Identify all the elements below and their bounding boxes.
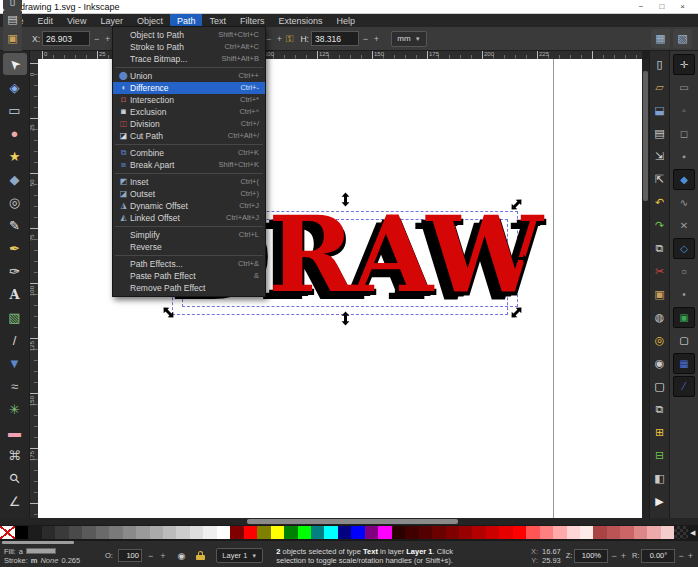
selector-tool[interactable]: ➤ bbox=[3, 53, 27, 75]
palette-scroll-left-icon[interactable]: ◀ bbox=[688, 526, 698, 539]
layer-lock-icon[interactable] bbox=[196, 551, 205, 560]
palette-swatch-2b0000[interactable] bbox=[392, 526, 405, 539]
snap-smooth-node-icon[interactable]: ○ bbox=[673, 261, 695, 282]
palette-swatch-cdcdcd[interactable] bbox=[176, 526, 189, 539]
ellipse-tool[interactable]: ● bbox=[3, 122, 27, 144]
dropper-tool[interactable]: / bbox=[3, 329, 27, 351]
palette-swatch-008080[interactable] bbox=[311, 526, 324, 539]
path-menu-item-linked-offset[interactable]: ◭Linked OffsetCtrl+Alt+J bbox=[113, 212, 265, 224]
horizontal-scrollbar-thumb[interactable] bbox=[247, 519, 458, 524]
palette-swatch-checker[interactable] bbox=[674, 526, 687, 539]
paste-icon[interactable]: ▣ bbox=[651, 283, 669, 306]
palette-swatch-ff5555[interactable] bbox=[526, 526, 539, 539]
palette-scrollbar[interactable] bbox=[0, 541, 698, 544]
palette-swatch-5a5a5a[interactable] bbox=[82, 526, 95, 539]
palette-swatch-4a4a4a[interactable] bbox=[69, 526, 82, 539]
palette-swatch-efefef[interactable] bbox=[203, 526, 216, 539]
palette-swatch-0000ff[interactable] bbox=[351, 526, 364, 539]
snap-path-intersection-icon[interactable]: ✕ bbox=[673, 215, 695, 236]
palette-swatch-ff0000[interactable] bbox=[244, 526, 257, 539]
path-menu-item-inset[interactable]: ◩InsetCtrl+( bbox=[113, 176, 265, 188]
zoom-decrease-button[interactable]: − bbox=[610, 551, 617, 561]
rotation-increase-button[interactable]: + bbox=[687, 551, 694, 561]
palette-swatch-cc0000[interactable] bbox=[486, 526, 499, 539]
print-icon[interactable]: ▤ bbox=[651, 122, 669, 145]
new-document-icon[interactable]: ▯ bbox=[651, 53, 669, 76]
rotation-decrease-button[interactable]: − bbox=[677, 551, 684, 561]
spray-tool[interactable]: ✳ bbox=[3, 398, 27, 420]
palette-swatch-808000[interactable] bbox=[257, 526, 270, 539]
path-menu-item-stroke-to-path[interactable]: Stroke to PathCtrl+Alt+C bbox=[113, 41, 265, 53]
palette-swatch-00ffff[interactable] bbox=[324, 526, 337, 539]
palette-swatch-800080[interactable] bbox=[365, 526, 378, 539]
path-menu-item-cut-path[interactable]: ◪Cut PathCtrl+Alt+/ bbox=[113, 130, 265, 142]
snap-bbox-icon[interactable]: ▭ bbox=[673, 77, 695, 98]
increase-button[interactable]: + bbox=[372, 34, 381, 44]
zoom-increase-button[interactable]: + bbox=[620, 551, 627, 561]
palette-swatch-1c1c1c[interactable] bbox=[28, 526, 41, 539]
vertical-ruler[interactable]: 0255075100125150175 bbox=[30, 59, 38, 518]
export-icon[interactable]: ⇱ bbox=[651, 168, 669, 191]
path-menu-item-remove-path-effect[interactable]: Remove Path Effect bbox=[113, 282, 265, 294]
palette-swatch-eeaaaa[interactable] bbox=[647, 526, 660, 539]
toolbar-overflow-icon[interactable]: ▶ bbox=[651, 490, 669, 513]
palette-scrollbar-thumb[interactable] bbox=[2, 541, 74, 544]
save-icon[interactable]: ⬓ bbox=[651, 99, 669, 122]
path-menu-item-object-to-path[interactable]: Object to PathShift+Ctrl+C bbox=[113, 29, 265, 41]
opacity-decrease-button[interactable]: − bbox=[147, 551, 154, 561]
increase-button[interactable]: + bbox=[103, 34, 112, 44]
horizontal-scrollbar[interactable] bbox=[0, 518, 698, 525]
palette-swatch-ff8080[interactable] bbox=[540, 526, 553, 539]
rotation-input[interactable]: 0.00° bbox=[641, 549, 675, 563]
layer-dropdown[interactable]: Layer 1 ▼ bbox=[216, 548, 263, 563]
menu-extensions[interactable]: Extensions bbox=[271, 14, 329, 27]
pen-tool[interactable]: ✒ bbox=[3, 237, 27, 259]
gradient-tool[interactable]: ▧ bbox=[3, 306, 27, 328]
palette-swatch-008000[interactable] bbox=[284, 526, 297, 539]
text-tool[interactable]: A bbox=[3, 283, 27, 305]
snap-grid-icon[interactable]: ▦ bbox=[673, 353, 695, 374]
fill-stroke-icon[interactable]: ◧ bbox=[651, 467, 669, 490]
menu-help[interactable]: Help bbox=[329, 14, 362, 27]
snap-guide-icon[interactable]: ⁄ bbox=[673, 376, 695, 397]
palette-swatch-ffd5d5[interactable] bbox=[567, 526, 580, 539]
path-menu-item-paste-path-effect[interactable]: Paste Path Effect& bbox=[113, 270, 265, 282]
palette-swatch-3a3a3a[interactable] bbox=[55, 526, 68, 539]
vertical-scrollbar[interactable] bbox=[642, 59, 649, 518]
snap-bbox-midpoint-icon[interactable]: ▪ bbox=[673, 146, 695, 167]
path-menu-item-exclusion[interactable]: ◙ExclusionCtrl+^ bbox=[113, 106, 265, 118]
decrease-button[interactable]: − bbox=[92, 34, 101, 44]
path-menu-item-combine[interactable]: ⧉CombineCtrl+K bbox=[113, 147, 265, 159]
palette-swatch-none[interactable] bbox=[0, 526, 15, 539]
palette-swatch-ffffff[interactable] bbox=[217, 526, 230, 539]
export-icon[interactable]: ▤ bbox=[3, 10, 22, 29]
palette-swatch-dedede[interactable] bbox=[190, 526, 203, 539]
transform-stroke-icon[interactable]: ▦ bbox=[651, 29, 670, 48]
palette-swatch-2b2b2b[interactable] bbox=[42, 526, 55, 539]
snap-midpoint-icon[interactable]: • bbox=[673, 284, 695, 305]
vertical-scrollbar-thumb[interactable] bbox=[643, 71, 648, 201]
layer-visibility-eye-icon[interactable]: ◉ bbox=[177, 551, 185, 561]
clone-icon[interactable]: ⊞ bbox=[651, 421, 669, 444]
palette-swatch-550000[interactable] bbox=[419, 526, 432, 539]
path-menu-item-reverse[interactable]: Reverse bbox=[113, 241, 265, 253]
open-icon[interactable]: ▱ bbox=[651, 76, 669, 99]
import-icon[interactable]: ▣ bbox=[3, 29, 22, 48]
copy-icon[interactable]: ⧉ bbox=[651, 237, 669, 260]
palette-swatch-ababab[interactable] bbox=[150, 526, 163, 539]
path-menu-item-division[interactable]: ◫DivisionCtrl+/ bbox=[113, 118, 265, 130]
box3d-tool[interactable]: ◆ bbox=[3, 168, 27, 190]
field-input[interactable]: 26.903 bbox=[42, 31, 90, 46]
eraser-tool[interactable]: ▬ bbox=[3, 421, 27, 443]
palette-swatch-ff00ff[interactable] bbox=[378, 526, 391, 539]
path-menu-item-simplify[interactable]: SimplifyCtrl+L bbox=[113, 229, 265, 241]
redo-icon[interactable]: ↷ bbox=[651, 214, 669, 237]
path-menu-item-intersection[interactable]: ◘IntersectionCtrl+* bbox=[113, 94, 265, 106]
transform-corners-icon[interactable]: ▧ bbox=[673, 29, 692, 48]
zoom-selection-icon[interactable]: ◍ bbox=[651, 306, 669, 329]
field-input[interactable]: 38.316 bbox=[311, 31, 359, 46]
fill-color-swatch[interactable] bbox=[26, 548, 56, 554]
palette-swatch-f5cccc[interactable] bbox=[661, 526, 674, 539]
path-menu-item-union[interactable]: ⬤UnionCtrl++ bbox=[113, 70, 265, 82]
path-menu-item-trace-bitmap[interactable]: Trace Bitmap...Shift+Alt+B bbox=[113, 53, 265, 65]
